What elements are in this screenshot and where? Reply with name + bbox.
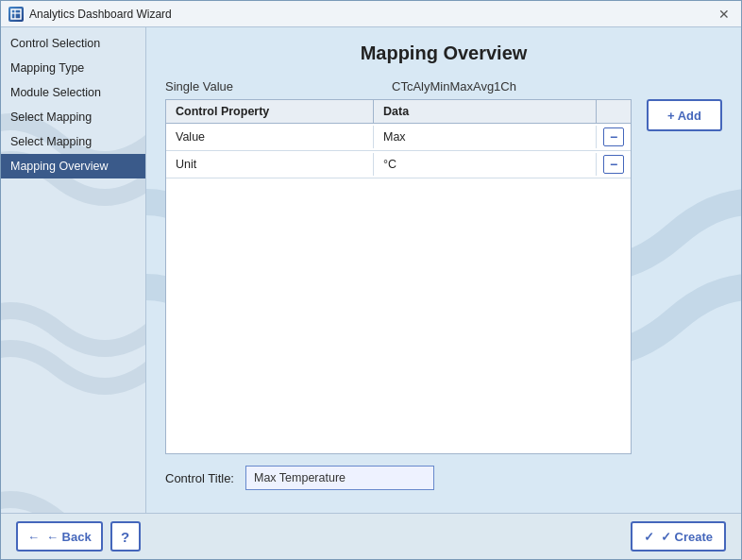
cell-action-1: − xyxy=(597,151,631,178)
sidebar-item-module-selection[interactable]: Module Selection xyxy=(1,80,145,105)
sidebar-item-select-mapping-1[interactable]: Select Mapping xyxy=(1,105,145,129)
table-header: Control Property Data xyxy=(166,100,631,124)
cell-property-0: Value xyxy=(166,126,374,148)
mapping-table: Control Property Data Value Max − xyxy=(165,99,632,454)
th-data: Data xyxy=(374,100,597,123)
mapping-col-source: CTcAlyMinMaxAvg1Ch xyxy=(392,79,722,93)
help-button[interactable]: ? xyxy=(110,521,141,552)
create-label: ✓ Create xyxy=(661,530,713,544)
table-row: Unit °C − xyxy=(166,151,631,178)
svg-rect-0 xyxy=(11,9,21,19)
back-label: ← Back xyxy=(46,530,92,544)
remove-row-1-button[interactable]: − xyxy=(603,155,624,174)
sidebar-item-mapping-type[interactable]: Mapping Type xyxy=(1,56,145,80)
control-title-label: Control Title: xyxy=(165,471,234,485)
app-icon xyxy=(8,7,24,22)
create-button[interactable]: ✓ ✓ Create xyxy=(631,521,726,552)
sidebar-item-mapping-overview[interactable]: Mapping Overview xyxy=(1,154,145,178)
mapping-col-label: Single Value xyxy=(165,79,354,93)
th-property: Control Property xyxy=(166,100,374,123)
control-title-area: Control Title: xyxy=(165,466,722,490)
control-title-input[interactable] xyxy=(245,466,434,490)
main-content: Control Selection Mapping Type Module Se… xyxy=(1,27,741,513)
back-button[interactable]: ← ← Back xyxy=(16,521,103,552)
window: Analytics Dashboard Wizard ✕ Control Sel… xyxy=(0,0,742,560)
cell-data-1: °C xyxy=(374,153,597,176)
footer-left: ← ← Back ? xyxy=(16,521,141,552)
sidebar: Control Selection Mapping Type Module Se… xyxy=(1,27,146,513)
cell-action-0: − xyxy=(597,124,631,150)
content-area: Mapping Overview Single Value CTcAlyMinM… xyxy=(146,27,741,513)
sidebar-item-control-selection[interactable]: Control Selection xyxy=(1,31,145,56)
mapping-header: Single Value CTcAlyMinMaxAvg1Ch xyxy=(165,79,722,93)
footer-right: ✓ ✓ Create xyxy=(631,521,726,552)
back-arrow-icon: ← xyxy=(27,530,40,544)
remove-row-0-button[interactable]: − xyxy=(603,127,624,146)
sidebar-item-select-mapping-2[interactable]: Select Mapping xyxy=(1,129,145,154)
page-title: Mapping Overview xyxy=(165,42,722,64)
table-section: Control Property Data Value Max − xyxy=(165,99,722,454)
footer: ← ← Back ? ✓ ✓ Create xyxy=(1,513,741,559)
table-row: Value Max − xyxy=(166,124,631,151)
window-title: Analytics Dashboard Wizard xyxy=(29,8,715,21)
cell-property-1: Unit xyxy=(166,153,374,176)
cell-data-0: Max xyxy=(374,126,597,148)
checkmark-icon: ✓ xyxy=(644,530,654,544)
close-button[interactable]: ✕ xyxy=(715,5,734,24)
title-bar: Analytics Dashboard Wizard ✕ xyxy=(1,1,741,27)
th-action xyxy=(597,100,631,123)
add-button[interactable]: + Add xyxy=(647,99,722,131)
